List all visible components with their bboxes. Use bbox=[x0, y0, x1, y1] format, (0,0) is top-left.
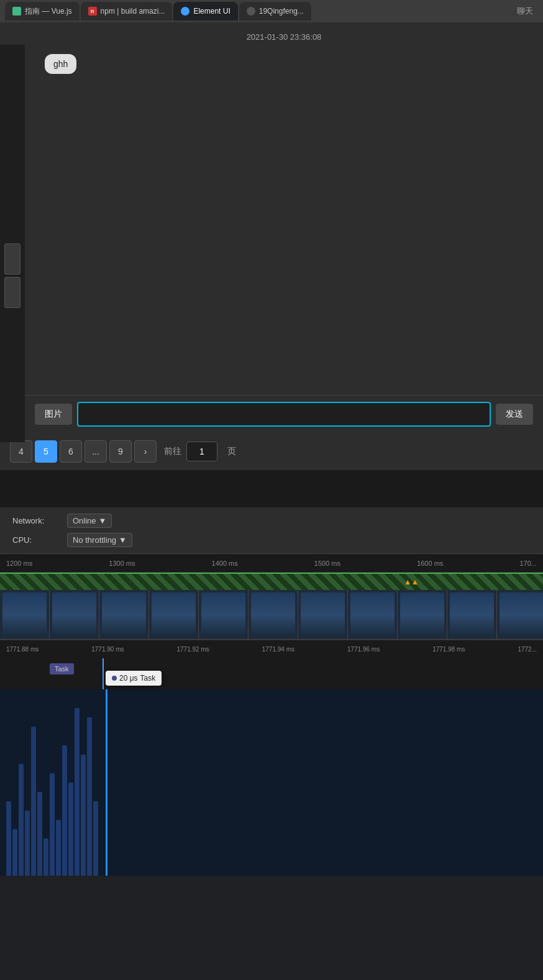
fine-tick-1: 1771.90 ms bbox=[91, 646, 124, 653]
tick-1200: 1200 ms bbox=[6, 560, 32, 567]
screenshot-1 bbox=[0, 590, 50, 639]
tab-npm-label: npm | build amazi... bbox=[101, 7, 165, 16]
tick-1700: 170... bbox=[519, 560, 537, 567]
tick-1500: 1500 ms bbox=[314, 560, 340, 567]
sidebar-btn-2[interactable] bbox=[4, 277, 21, 308]
tab-element[interactable]: Element UI bbox=[173, 2, 237, 20]
separator bbox=[0, 470, 543, 507]
task-tooltip-time: 20 μs bbox=[119, 674, 138, 683]
cpu-value: No throttling bbox=[73, 535, 116, 545]
task-tooltip-label: Task bbox=[140, 674, 156, 683]
left-sidebar bbox=[0, 45, 25, 442]
tab-vuejs-label: 指南 — Vue.js bbox=[25, 6, 72, 17]
task-tooltip-dot bbox=[112, 676, 117, 681]
chart-bar-12 bbox=[75, 708, 80, 876]
page-number-input[interactable] bbox=[186, 442, 217, 461]
task-marker-line bbox=[103, 658, 104, 689]
fine-tick-3: 1771.94 ms bbox=[262, 646, 294, 653]
fine-tick-6: 1772... bbox=[518, 646, 537, 653]
ruler-ticks: 1200 ms 1300 ms 1400 ms 1500 ms 1600 ms … bbox=[0, 560, 543, 567]
input-area: 图片 发送 bbox=[25, 395, 543, 433]
chart-bar-11 bbox=[68, 783, 73, 876]
cpu-control-row: CPU: No throttling ▼ bbox=[12, 533, 531, 547]
chat-timestamp: 2021-01-30 23:36:08 bbox=[247, 32, 322, 42]
perf-bar: ▲▲ bbox=[0, 573, 543, 590]
main-area: 2021-01-30 23:36:08 ghh 图片 发送 4 5 6 ... … bbox=[0, 22, 543, 470]
devtools-controls: Network: Online ▼ CPU: No throttling ▼ bbox=[0, 507, 543, 554]
chart-bar-4 bbox=[25, 810, 30, 876]
tab-vuejs[interactable]: 指南 — Vue.js bbox=[5, 2, 80, 20]
network-control-row: Network: Online ▼ bbox=[12, 514, 531, 528]
chart-bars bbox=[0, 689, 543, 876]
chart-area bbox=[0, 689, 543, 876]
chart-bar-13 bbox=[81, 755, 86, 876]
message-input[interactable] bbox=[77, 402, 491, 427]
chart-bar-3 bbox=[19, 764, 24, 876]
fine-tick-4: 1771.96 ms bbox=[347, 646, 380, 653]
screenshot-11 bbox=[497, 590, 543, 639]
cpu-dropdown-icon: ▼ bbox=[119, 535, 127, 545]
chart-bar-5 bbox=[31, 727, 36, 876]
task-block[interactable]: Task bbox=[50, 663, 74, 674]
screenshot-7 bbox=[298, 590, 348, 639]
page-btn-5[interactable]: 5 bbox=[35, 440, 57, 463]
task-tooltip: 20 μs Task bbox=[106, 671, 162, 686]
tick-1400: 1400 ms bbox=[212, 560, 238, 567]
screenshot-6 bbox=[249, 590, 298, 639]
chart-bar-2 bbox=[12, 829, 17, 876]
tick-1300: 1300 ms bbox=[109, 560, 135, 567]
page-unit-label: 页 bbox=[227, 446, 236, 457]
fine-tick-2: 1771.92 ms bbox=[176, 646, 209, 653]
page-nav-label: 前往 bbox=[164, 446, 181, 457]
network-label: Network: bbox=[12, 516, 62, 525]
screenshot-4 bbox=[149, 590, 199, 639]
github-icon bbox=[247, 7, 255, 16]
screenshot-8 bbox=[348, 590, 398, 639]
pagination-area: 4 5 6 ... 9 › 前往 页 bbox=[0, 433, 543, 470]
tab-github-label: 19Qingfeng... bbox=[259, 7, 304, 16]
cpu-label: CPU: bbox=[12, 535, 62, 545]
tab-github[interactable]: 19Qingfeng... bbox=[239, 2, 311, 20]
chart-bar-14 bbox=[87, 717, 92, 876]
page-btn-ellipsis[interactable]: ... bbox=[84, 440, 107, 463]
chart-bar-1 bbox=[6, 801, 11, 876]
fine-timeline: 1771.88 ms 1771.90 ms 1771.92 ms 1771.94… bbox=[0, 640, 543, 658]
chart-bar-8 bbox=[50, 773, 55, 876]
page-btn-9[interactable]: 9 bbox=[109, 440, 132, 463]
tab-bar: 指南 — Vue.js n npm | build amazi... Eleme… bbox=[0, 0, 543, 22]
network-select[interactable]: Online ▼ bbox=[67, 514, 112, 528]
send-button[interactable]: 发送 bbox=[496, 404, 533, 425]
fine-tick-0: 1771.88 ms bbox=[6, 646, 39, 653]
screenshots-strip bbox=[0, 590, 543, 640]
chat-area: 2021-01-30 23:36:08 ghh bbox=[25, 22, 543, 395]
screenshot-3 bbox=[99, 590, 149, 639]
task-row: Task 20 μs Task bbox=[0, 658, 543, 689]
npm-icon: n bbox=[88, 7, 97, 16]
cpu-select[interactable]: No throttling ▼ bbox=[67, 533, 132, 547]
fine-tick-5: 1771.98 ms bbox=[432, 646, 465, 653]
element-icon bbox=[181, 7, 189, 16]
page-btn-6[interactable]: 6 bbox=[60, 440, 82, 463]
page-btn-4[interactable]: 4 bbox=[10, 440, 32, 463]
chart-bar-9 bbox=[56, 820, 61, 876]
sidebar-btn-1[interactable] bbox=[4, 243, 21, 274]
tick-1600: 1600 ms bbox=[417, 560, 443, 567]
tab-npm[interactable]: n npm | build amazi... bbox=[81, 2, 173, 20]
chart-bar-7 bbox=[43, 838, 48, 876]
screenshot-10 bbox=[447, 590, 497, 639]
page-next-btn[interactable]: › bbox=[134, 440, 157, 463]
screenshot-5 bbox=[199, 590, 249, 639]
top-right-label: 聊天 bbox=[517, 6, 533, 17]
task-block-label: Task bbox=[55, 665, 69, 673]
network-dropdown-icon: ▼ bbox=[99, 516, 107, 525]
screenshot-2 bbox=[50, 590, 99, 639]
network-value: Online bbox=[73, 516, 96, 525]
chart-bar-10 bbox=[62, 745, 67, 876]
screenshot-9 bbox=[398, 590, 447, 639]
chart-bar-6 bbox=[37, 792, 42, 876]
timeline-ruler: 1200 ms 1300 ms 1400 ms 1500 ms 1600 ms … bbox=[0, 554, 543, 573]
tab-element-label: Element UI bbox=[193, 7, 230, 16]
fine-ticks: 1771.88 ms 1771.90 ms 1771.92 ms 1771.94… bbox=[6, 646, 537, 653]
chart-bar-15 bbox=[93, 801, 98, 876]
image-button[interactable]: 图片 bbox=[35, 404, 72, 425]
